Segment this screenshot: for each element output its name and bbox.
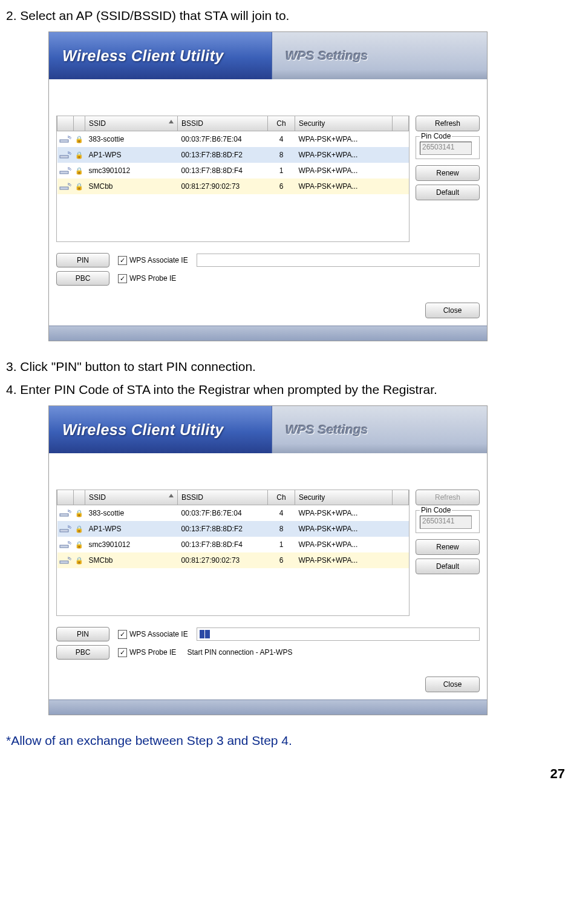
window-footer: [49, 326, 487, 341]
tab-wps-settings[interactable]: WPS Settings: [272, 32, 487, 79]
ap-list-table[interactable]: SSID BSSID Ch Security 🔒 383-scottie: [56, 490, 409, 616]
svg-rect-0: [60, 140, 68, 142]
checkbox-icon: ✓: [118, 648, 127, 657]
col-security[interactable]: Security: [295, 116, 393, 131]
exchange-note: *Allow of an exchange between Step 3 and…: [6, 733, 565, 748]
wps-window-2: Wireless Client Utility WPS Settings SSI…: [48, 405, 488, 715]
svg-rect-5: [60, 529, 68, 532]
lock-icon: 🔒: [75, 136, 83, 143]
ap-list-table[interactable]: SSID BSSID Ch Security 🔒 383-scottie: [56, 116, 409, 242]
checkbox-icon: ✓: [118, 274, 127, 283]
col-ssid[interactable]: SSID: [85, 116, 178, 131]
page-number: 27: [6, 766, 565, 782]
window-header: Wireless Client Utility WPS Settings: [49, 406, 487, 453]
col-security[interactable]: Security: [295, 490, 393, 505]
table-header-row: SSID BSSID Ch Security: [57, 490, 409, 505]
table-row[interactable]: 🔒 SMCbb 00:81:27:90:02:73 6 WPA-PSK+WPA.…: [57, 552, 409, 568]
col-bssid[interactable]: BSSID: [178, 116, 268, 131]
ap-icon: [59, 135, 71, 143]
refresh-button[interactable]: Refresh: [416, 116, 480, 131]
svg-rect-6: [60, 545, 68, 548]
col-ch[interactable]: Ch: [268, 116, 295, 131]
lock-icon: 🔒: [75, 525, 83, 532]
pin-code-fieldset: Pin Code 26503141: [416, 136, 480, 159]
table-row[interactable]: 🔒 AP1-WPS 00:13:F7:8B:8D:F2 8 WPA-PSK+WP…: [57, 521, 409, 537]
status-bar: [197, 254, 480, 267]
pbc-button[interactable]: PBC: [56, 645, 109, 660]
wps-associate-checkbox[interactable]: ✓ WPS Associate IE: [118, 256, 188, 265]
table-row[interactable]: 🔒 383-scottie 00:03:7F:B6:7E:04 4 WPA-PS…: [57, 505, 409, 522]
table-row[interactable]: 🔒 smc3901012 00:13:F7:8B:8D:F4 1 WPA-PSK…: [57, 163, 409, 179]
lock-icon: 🔒: [75, 183, 83, 190]
window-footer: [49, 700, 487, 715]
wps-associate-checkbox[interactable]: ✓ WPS Associate IE: [118, 630, 188, 639]
side-panel: Refresh Pin Code 26503141 Renew Default: [416, 490, 480, 616]
table-row[interactable]: 🔒 AP1-WPS 00:13:F7:8B:8D:F2 8 WPA-PSK+WP…: [57, 147, 409, 163]
sort-asc-icon: [169, 120, 174, 123]
col-bssid[interactable]: BSSID: [178, 490, 268, 505]
checkbox-label: WPS Associate IE: [129, 256, 188, 264]
pin-button[interactable]: PIN: [56, 253, 109, 267]
step-3-text: 3. Click "PIN" button to start PIN conne…: [6, 359, 565, 374]
svg-rect-7: [60, 561, 68, 563]
lock-icon: 🔒: [75, 167, 83, 174]
ap-icon: [59, 525, 71, 533]
status-text: Start PIN connection - AP1-WPS: [184, 648, 292, 657]
close-button[interactable]: Close: [425, 677, 480, 692]
table-row[interactable]: 🔒 SMCbb 00:81:27:90:02:73 6 WPA-PSK+WPA.…: [57, 179, 409, 194]
wps-probe-checkbox[interactable]: ✓ WPS Probe IE: [118, 648, 176, 657]
svg-rect-2: [60, 171, 68, 174]
pin-button[interactable]: PIN: [56, 627, 109, 641]
renew-button[interactable]: Renew: [416, 539, 480, 555]
col-ch[interactable]: Ch: [268, 490, 295, 505]
status-bar: [197, 627, 480, 641]
checkbox-label: WPS Probe IE: [129, 274, 176, 283]
lock-icon: 🔒: [75, 557, 83, 564]
pin-code-field: 26503141: [420, 516, 472, 529]
default-button[interactable]: Default: [416, 185, 480, 200]
ap-icon: [59, 151, 71, 159]
refresh-button: Refresh: [416, 490, 480, 505]
lock-icon: 🔒: [75, 541, 83, 548]
checkbox-icon: ✓: [118, 630, 127, 639]
lock-icon: 🔒: [75, 151, 83, 159]
ap-icon: [59, 509, 71, 517]
app-title: Wireless Client Utility: [49, 47, 224, 65]
close-button[interactable]: Close: [425, 303, 480, 318]
progress-indicator: [200, 630, 210, 638]
window-header: Wireless Client Utility WPS Settings: [49, 32, 487, 79]
col-ssid[interactable]: SSID: [85, 490, 178, 505]
table-row[interactable]: 🔒 383-scottie 00:03:7F:B6:7E:04 4 WPA-PS…: [57, 131, 409, 148]
pbc-button[interactable]: PBC: [56, 271, 109, 286]
table-header-row: SSID BSSID Ch Security: [57, 116, 409, 131]
pin-legend: Pin Code: [420, 506, 452, 514]
step-2-text: 2. Select an AP (SSID/BSSID) that STA wi…: [6, 8, 565, 23]
checkbox-label: WPS Probe IE: [129, 648, 176, 657]
renew-button[interactable]: Renew: [416, 165, 480, 181]
lock-icon: 🔒: [75, 510, 83, 517]
pin-code-fieldset: Pin Code 26503141: [416, 510, 480, 533]
svg-rect-3: [60, 187, 68, 189]
tab-label: WPS Settings: [286, 48, 368, 63]
tab-wps-settings[interactable]: WPS Settings: [272, 406, 487, 453]
step-4-text: 4. Enter PIN Code of STA into the Regist…: [6, 382, 565, 397]
wps-probe-checkbox[interactable]: ✓ WPS Probe IE: [118, 274, 176, 283]
side-panel: Refresh Pin Code 26503141 Renew Default: [416, 116, 480, 242]
table-row[interactable]: 🔒 smc3901012 00:13:F7:8B:8D:F4 1 WPA-PSK…: [57, 537, 409, 552]
checkbox-label: WPS Associate IE: [129, 630, 188, 638]
pin-legend: Pin Code: [420, 132, 452, 140]
tab-label: WPS Settings: [286, 422, 368, 437]
ap-icon: [59, 540, 71, 549]
default-button[interactable]: Default: [416, 559, 480, 574]
pin-code-field: 26503141: [420, 142, 472, 155]
ap-icon: [59, 166, 71, 175]
ap-icon: [59, 556, 71, 565]
wps-window-1: Wireless Client Utility WPS Settings SSI…: [48, 31, 488, 341]
checkbox-icon: ✓: [118, 256, 127, 265]
svg-rect-4: [60, 514, 68, 516]
ap-icon: [59, 182, 71, 191]
app-title: Wireless Client Utility: [49, 421, 224, 439]
svg-rect-1: [60, 156, 68, 158]
sort-asc-icon: [169, 494, 174, 497]
